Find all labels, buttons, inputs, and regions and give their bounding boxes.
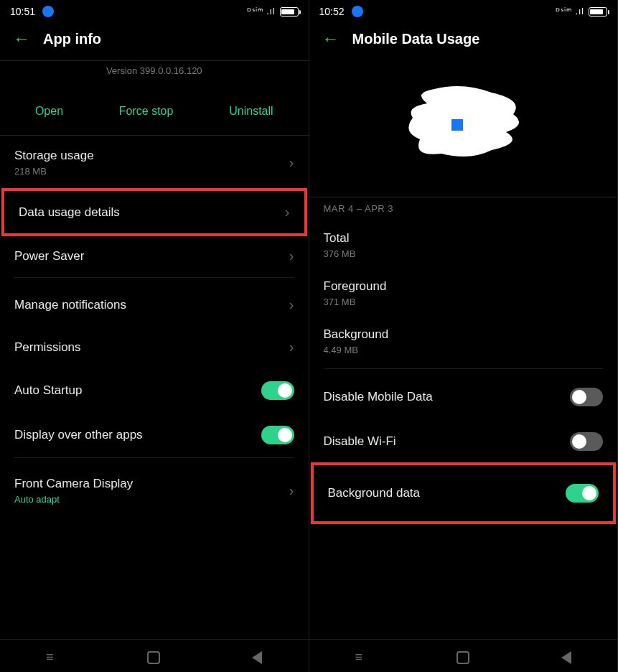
highlight-data-usage: Data usage details › (1, 188, 307, 236)
disable-mobile-toggle[interactable] (570, 388, 603, 406)
chevron-right-icon: › (289, 339, 294, 355)
nav-back-icon[interactable] (561, 651, 571, 664)
header: ← App info (0, 20, 309, 60)
status-time: 10:51 (10, 6, 35, 17)
nav-recent-icon[interactable]: ≡ (46, 650, 56, 665)
stat-total: Total 376 MB (309, 224, 618, 272)
chevron-right-icon: › (289, 248, 294, 264)
display-over-toggle[interactable] (261, 426, 294, 444)
nav-back-icon[interactable] (252, 651, 262, 664)
manage-notifications-item[interactable]: Manage notifications › (0, 284, 309, 326)
stat-fg-value: 371 MB (324, 297, 604, 307)
page-title: App info (43, 31, 101, 47)
disable-wifi-label: Disable Wi-Fi (324, 434, 396, 449)
background-data-item: Background data (314, 465, 614, 521)
front-camera-sub: Auto adapt (14, 494, 289, 505)
storage-sub: 218 MB (14, 166, 289, 177)
app-version: Version 399.0.0.16.120 (0, 61, 309, 89)
status-bar: 10:52 ᴰˢⁱᵐ .ıl (309, 0, 618, 20)
disable-mobile-label: Disable Mobile Data (324, 390, 433, 404)
power-saver-label: Power Saver (14, 249, 289, 263)
stat-total-label: Total (324, 231, 604, 246)
stat-background: Background 4.49 MB (309, 320, 618, 368)
nav-home-icon[interactable] (457, 651, 469, 664)
nav-recent-icon[interactable]: ≡ (355, 650, 365, 665)
data-usage-label: Data usage details (19, 205, 285, 220)
status-bar: 10:51 ᴰˢⁱᵐ .ıl (0, 0, 309, 20)
app-icon-redacted (309, 60, 618, 197)
disable-mobile-data-item: Disable Mobile Data (309, 375, 618, 419)
open-button[interactable]: Open (35, 105, 63, 118)
notifications-label: Manage notifications (14, 298, 289, 312)
action-row: Open Force stop Uninstall (0, 89, 309, 135)
front-camera-label: Front Camera Display (14, 477, 289, 491)
status-time: 10:52 (319, 6, 345, 17)
date-range: MAR 4 – APR 3 (309, 197, 618, 224)
chevron-right-icon: › (289, 154, 294, 171)
data-usage-details-item[interactable]: Data usage details › (4, 191, 304, 233)
phone-right-mobile-data: 10:52 ᴰˢⁱᵐ .ıl ← Mobile Data Usage MAR 4… (309, 0, 619, 672)
background-data-toggle[interactable] (566, 484, 599, 503)
app-icon-square (451, 119, 463, 131)
battery-icon (589, 7, 607, 17)
messenger-icon (42, 6, 54, 17)
back-arrow-icon[interactable]: ← (13, 30, 30, 47)
auto-startup-label: Auto Startup (14, 383, 261, 398)
chevron-right-icon: › (289, 482, 294, 499)
page-title: Mobile Data Usage (352, 31, 480, 47)
front-camera-display-item[interactable]: Front Camera Display Auto adapt › (0, 464, 309, 518)
nav-bar: ≡ (0, 639, 309, 672)
header: ← Mobile Data Usage (309, 20, 618, 60)
permissions-item[interactable]: Permissions › (0, 326, 309, 368)
stat-total-value: 376 MB (324, 248, 604, 259)
messenger-icon (352, 6, 363, 17)
display-over-label: Display over other apps (14, 428, 261, 442)
auto-startup-item: Auto Startup (0, 368, 309, 413)
uninstall-button[interactable]: Uninstall (229, 105, 273, 118)
chevron-right-icon: › (285, 204, 290, 220)
stat-foreground: Foreground 371 MB (309, 272, 618, 320)
stat-bg-value: 4.49 MB (324, 345, 604, 355)
signal-icon: ᴰˢⁱᵐ .ıl (556, 6, 584, 17)
stat-bg-label: Background (324, 327, 604, 342)
signal-icon: ᴰˢⁱᵐ .ıl (247, 6, 276, 17)
nav-bar: ≡ (309, 639, 618, 672)
highlight-background-data: Background data (311, 462, 617, 524)
storage-label: Storage usage (14, 149, 289, 163)
disable-wifi-toggle[interactable] (570, 432, 603, 451)
auto-startup-toggle[interactable] (261, 381, 294, 400)
storage-usage-item[interactable]: Storage usage 218 MB › (0, 136, 309, 190)
force-stop-button[interactable]: Force stop (119, 105, 174, 118)
stat-fg-label: Foreground (324, 279, 604, 294)
phone-left-app-info: 10:51 ᴰˢⁱᵐ .ıl ← App info Version 399.0.… (0, 0, 309, 672)
back-arrow-icon[interactable]: ← (322, 30, 340, 47)
nav-home-icon[interactable] (147, 651, 160, 664)
battery-icon (280, 7, 299, 17)
permissions-label: Permissions (14, 340, 289, 355)
display-over-apps-item: Display over other apps (0, 413, 309, 457)
chevron-right-icon: › (289, 297, 294, 313)
disable-wifi-item: Disable Wi-Fi (309, 419, 618, 464)
power-saver-item[interactable]: Power Saver › (0, 235, 309, 277)
background-data-label: Background data (328, 486, 421, 500)
